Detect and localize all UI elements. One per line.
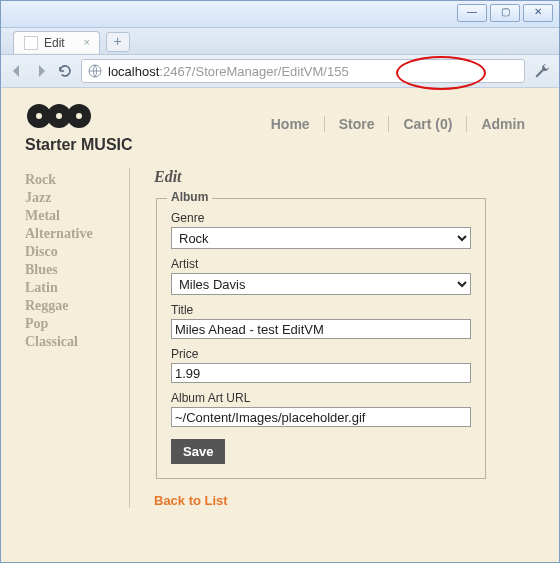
records-icon	[25, 102, 95, 130]
svg-point-4	[56, 113, 62, 119]
tab-edit[interactable]: Edit ×	[13, 31, 100, 54]
reload-icon[interactable]	[57, 63, 73, 79]
back-icon[interactable]	[9, 63, 25, 79]
nav-cart[interactable]: Cart (0)	[388, 116, 466, 132]
tab-favicon	[24, 36, 38, 50]
price-input[interactable]	[171, 363, 471, 383]
close-button[interactable]: ✕	[523, 4, 553, 22]
genre-link[interactable]: Classical	[25, 334, 129, 350]
url-input[interactable]: localhost:2467/StoreManager/EditVM/155	[81, 59, 525, 83]
titlebar: — ▢ ✕	[1, 1, 559, 28]
wrench-icon[interactable]	[533, 62, 551, 80]
genre-link[interactable]: Blues	[25, 262, 129, 278]
genre-link[interactable]: Pop	[25, 316, 129, 332]
page-body: Starter MUSIC Home Store Cart (0) Admin …	[1, 88, 559, 563]
sidebar: Rock Jazz Metal Alternative Disco Blues …	[25, 168, 130, 508]
tab-close-icon[interactable]: ×	[81, 37, 93, 49]
tab-title: Edit	[44, 32, 65, 54]
nav-admin[interactable]: Admin	[466, 116, 539, 132]
address-bar: localhost:2467/StoreManager/EditVM/155	[1, 55, 559, 88]
page-header: Starter MUSIC Home Store Cart (0) Admin	[25, 102, 539, 154]
arturl-input[interactable]	[171, 407, 471, 427]
forward-icon[interactable]	[33, 63, 49, 79]
back-to-list-link[interactable]: Back to List	[154, 493, 228, 508]
globe-icon	[88, 64, 102, 78]
title-label: Title	[171, 303, 471, 317]
price-label: Price	[171, 347, 471, 361]
nav-store[interactable]: Store	[324, 116, 389, 132]
arturl-label: Album Art URL	[171, 391, 471, 405]
main-content: Edit Album Genre Rock Artist Miles Davis	[154, 168, 539, 508]
logo: Starter MUSIC	[25, 102, 133, 154]
field-arturl: Album Art URL	[171, 391, 471, 427]
annotation-circle	[396, 56, 486, 90]
genre-link[interactable]: Jazz	[25, 190, 129, 206]
field-price: Price	[171, 347, 471, 383]
album-fieldset: Album Genre Rock Artist Miles Davis	[156, 198, 486, 479]
genre-link[interactable]: Reggae	[25, 298, 129, 314]
new-tab-button[interactable]: +	[106, 32, 130, 52]
field-title: Title	[171, 303, 471, 339]
browser-window: — ▢ ✕ Edit × + localhost:2467/StoreManag…	[0, 0, 560, 563]
url-host: localhost	[108, 64, 159, 79]
field-genre: Genre Rock	[171, 211, 471, 249]
minimize-button[interactable]: —	[457, 4, 487, 22]
top-nav: Home Store Cart (0) Admin	[257, 116, 539, 132]
genre-link[interactable]: Alternative	[25, 226, 129, 242]
svg-point-2	[36, 113, 42, 119]
genre-link[interactable]: Metal	[25, 208, 129, 224]
genre-link[interactable]: Rock	[25, 172, 129, 188]
tab-strip: Edit × +	[1, 28, 559, 55]
genre-label: Genre	[171, 211, 471, 225]
genre-link[interactable]: Disco	[25, 244, 129, 260]
url-text: localhost:2467/StoreManager/EditVM/155	[108, 64, 349, 79]
maximize-button[interactable]: ▢	[490, 4, 520, 22]
genre-link[interactable]: Latin	[25, 280, 129, 296]
field-artist: Artist Miles Davis	[171, 257, 471, 295]
page-title: Edit	[154, 168, 539, 186]
url-path: :2467/StoreManager/EditVM/155	[159, 64, 348, 79]
genre-select[interactable]: Rock	[171, 227, 471, 249]
fieldset-legend: Album	[167, 190, 212, 204]
brand-name: Starter MUSIC	[25, 136, 133, 154]
title-input[interactable]	[171, 319, 471, 339]
svg-point-6	[76, 113, 82, 119]
window-controls: — ▢ ✕	[457, 4, 553, 22]
artist-label: Artist	[171, 257, 471, 271]
nav-home[interactable]: Home	[257, 116, 324, 132]
save-button[interactable]: Save	[171, 439, 225, 464]
artist-select[interactable]: Miles Davis	[171, 273, 471, 295]
columns: Rock Jazz Metal Alternative Disco Blues …	[25, 168, 539, 508]
